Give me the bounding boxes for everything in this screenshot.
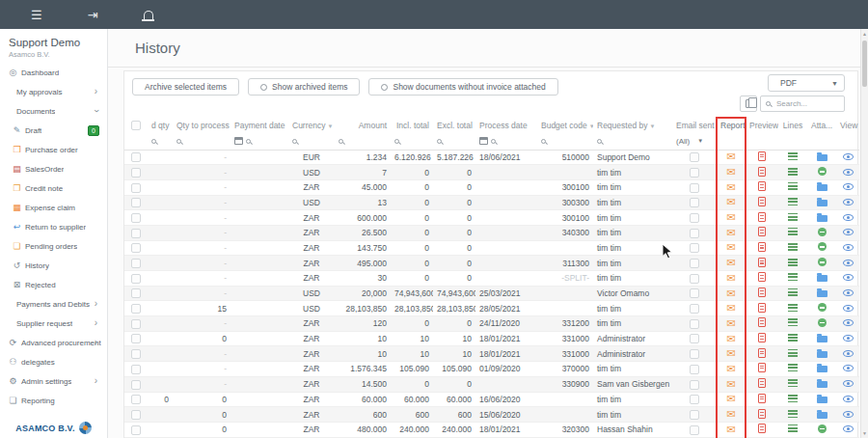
attachment-status-icon[interactable] [818,167,827,176]
attachment-status-icon[interactable] [818,424,827,433]
column-header-amount[interactable]: Amount [335,117,391,133]
view-eye-icon[interactable] [843,289,854,296]
report-email-icon[interactable]: ✉ [726,302,735,315]
sidebar-item-payments-and-debits[interactable]: Payments and Debits› [0,294,107,314]
search-filter-icon[interactable] [151,139,156,144]
preview-pdf-icon[interactable] [758,424,766,433]
logout-icon[interactable]: ⇥ [88,9,98,21]
report-email-icon[interactable]: ✉ [726,227,735,239]
preview-pdf-icon[interactable] [758,272,766,282]
attachment-folder-icon[interactable] [817,154,827,161]
attachment-status-icon[interactable] [818,318,827,327]
export-format-select[interactable]: PDF ▼ [768,74,845,92]
report-email-icon[interactable]: ✉ [726,196,735,208]
view-eye-icon[interactable] [843,350,854,357]
attachment-folder-icon[interactable] [817,366,827,372]
row-checkbox[interactable] [131,198,141,207]
column-header-requested-by[interactable]: Requested by▼ [593,117,672,133]
search-filter-icon[interactable] [597,139,602,144]
sidebar-item-delegates[interactable]: ⚇delegates [0,352,107,371]
column-header-preview[interactable]: Preview [746,117,778,133]
preview-pdf-icon[interactable] [758,317,766,327]
search-filter-icon[interactable] [292,139,297,144]
view-eye-icon[interactable] [843,425,854,432]
search-filter-icon[interactable] [491,139,496,144]
show-archived-button[interactable]: Show archived items [248,78,360,96]
preview-pdf-icon[interactable] [758,242,766,252]
filter-funnel-icon[interactable]: ▼ [327,123,333,129]
attachment-folder-icon[interactable] [817,397,827,403]
view-eye-icon[interactable] [843,153,854,160]
row-checkbox[interactable] [131,168,141,178]
scrollbar-thumb[interactable] [862,41,867,87]
lines-icon[interactable] [788,364,798,371]
lines-icon[interactable] [788,410,798,418]
lines-icon[interactable] [788,228,798,235]
sidebar-item-return-to-supplier[interactable]: ↩Return to supplier [0,217,107,236]
sidebar-item-documents[interactable]: Documents› [0,101,107,121]
column-header-incl-total[interactable]: Incl. total [391,117,433,133]
report-email-icon[interactable]: ✉ [726,166,735,178]
column-header-select[interactable] [124,117,148,133]
report-email-icon[interactable]: ✉ [726,317,735,330]
row-checkbox[interactable] [131,319,141,329]
show-without-invoice-button[interactable]: Show documents without invoice attached [368,78,557,96]
row-checkbox[interactable] [131,213,141,223]
view-eye-icon[interactable] [843,199,854,205]
column-header-report[interactable]: Report [717,117,746,133]
view-eye-icon[interactable] [843,319,854,326]
attachment-status-icon[interactable] [818,242,827,251]
calendar-icon[interactable] [234,137,243,145]
view-eye-icon[interactable] [843,183,854,190]
select-all-checkbox[interactable] [131,121,141,130]
row-checkbox[interactable] [131,425,141,435]
attachment-folder-icon[interactable] [817,275,827,282]
preview-pdf-icon[interactable] [758,227,766,236]
sidebar-item-pending-orders[interactable]: ❏Pending orders [0,236,107,256]
preview-pdf-icon[interactable] [758,363,766,372]
column-header-lines[interactable]: Lines [778,117,807,133]
preview-pdf-icon[interactable] [758,333,766,342]
row-checkbox[interactable] [131,304,141,314]
view-eye-icon[interactable] [843,274,854,281]
bell-icon[interactable] [144,11,153,19]
report-email-icon[interactable]: ✉ [726,347,735,360]
preview-pdf-icon[interactable] [758,197,766,206]
view-eye-icon[interactable] [843,396,854,402]
attachment-folder-icon[interactable] [817,381,827,388]
sidebar-item-advanced-procurement[interactable]: ⟳Advanced procurement› [0,333,107,352]
column-header-excl-total[interactable]: Excl. total [433,117,475,133]
sidebar-item-supplier-request[interactable]: Supplier request› [0,314,107,333]
column-header-currency[interactable]: Currency▼ [288,117,335,133]
view-eye-icon[interactable] [843,169,854,176]
filter-funnel-icon[interactable]: ▼ [649,123,655,129]
report-email-icon[interactable]: ✉ [726,272,735,285]
report-email-icon[interactable]: ✉ [726,287,735,300]
sidebar-item-purchase-order[interactable]: ❒Purchase order [0,140,107,159]
lines-icon[interactable] [788,243,798,251]
column-header-budget-code[interactable]: Budget code▼ [537,117,593,133]
column-header-d-qty[interactable]: d qty [148,117,173,133]
report-email-icon[interactable]: ✉ [726,181,735,194]
scroll-up-arrow-icon[interactable]: ▲ [861,31,868,37]
search-filter-icon[interactable] [437,139,442,144]
report-email-icon[interactable]: ✉ [726,211,735,224]
attachment-folder-icon[interactable] [817,290,827,297]
view-eye-icon[interactable] [843,229,854,235]
sidebar-item-my-approvals[interactable]: My approvals› [0,82,107,101]
sidebar-item-salesorder[interactable]: ▤SalesOrder [0,159,107,178]
attachment-folder-icon[interactable] [817,184,827,191]
lines-icon[interactable] [788,152,798,160]
row-checkbox[interactable] [131,274,141,284]
lines-icon[interactable] [788,395,798,402]
row-checkbox[interactable] [131,410,141,420]
sidebar-item-history[interactable]: ↺History [0,256,107,275]
column-header-view[interactable]: View [836,117,859,133]
vertical-scrollbar[interactable]: ▲ ▼ [860,29,868,438]
report-email-icon[interactable]: ✉ [726,424,735,436]
scroll-down-arrow-icon[interactable]: ▼ [861,430,868,436]
view-eye-icon[interactable] [843,335,854,342]
preview-pdf-icon[interactable] [758,303,766,313]
preview-pdf-icon[interactable] [758,258,766,267]
sidebar-item-expense-claim[interactable]: ▦Expense claim [0,198,107,217]
